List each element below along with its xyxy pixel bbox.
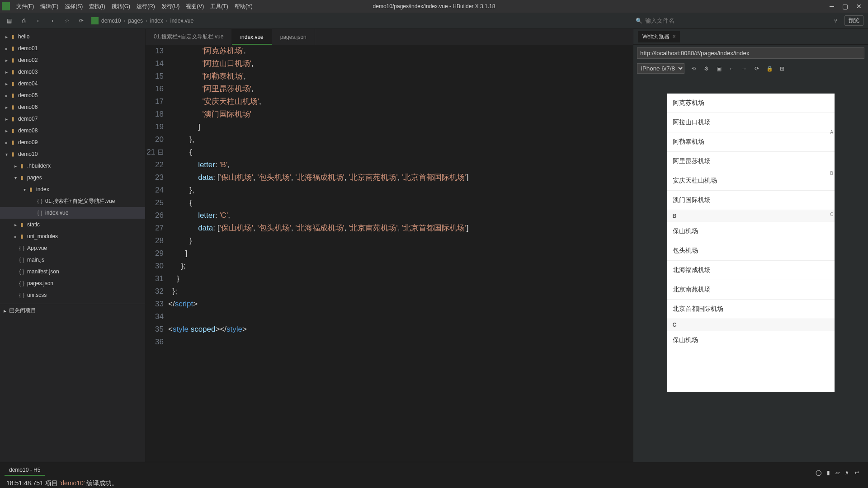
folder-demo01[interactable]: ▸▮demo01 [0,42,145,54]
list-item[interactable]: 阿克苏机场 [667,94,835,113]
project-explorer[interactable]: ▸▮hello▸▮demo01▸▮demo02▸▮demo03▸▮demo04▸… [0,29,146,462]
folder-icon: ▮ [18,163,25,169]
new-file-icon[interactable]: ▤ [5,16,14,25]
browser-tab[interactable]: Web浏览器 × [638,31,680,42]
list-item[interactable]: 阿拉山口机场 [667,113,835,132]
file-App.vue[interactable]: { }App.vue [0,242,145,254]
menu-6[interactable]: 发行(U) [161,3,180,10]
menu-1[interactable]: 编辑(E) [40,3,58,10]
crumb-3[interactable]: index.vue [170,18,193,24]
menu-9[interactable]: 帮助(Y) [235,3,253,10]
list-item[interactable]: 澳门国际机场 [667,191,835,210]
menu-8[interactable]: 工具(T) [210,3,228,10]
tree-label: index [36,186,49,192]
index-letter-B[interactable]: B [830,171,833,176]
menu-4[interactable]: 跳转(G) [112,3,130,10]
folder-demo10[interactable]: ▾▮demo10 [0,148,145,160]
star-icon[interactable]: ☆ [62,16,71,25]
menu-7[interactable]: 视图(V) [186,3,204,10]
console-output[interactable]: 18:51:48.751 项目 'demo10' 编译成功。18:52:04.1… [0,476,868,488]
folder-demo09[interactable]: ▸▮demo09 [0,136,145,148]
folder-index[interactable]: ▾▮index [0,183,145,195]
crumb-1[interactable]: pages [128,18,143,24]
folder-icon: ▮ [9,151,16,157]
menu-5[interactable]: 运行(R) [137,3,155,10]
index-letter-A[interactable]: A [830,130,833,135]
rotate-icon[interactable]: ⟲ [690,65,697,72]
folder-.hbuilderx[interactable]: ▸▮.hbuilderx [0,160,145,172]
list-item[interactable]: 北海福成机场 [667,261,835,280]
close-icon[interactable]: × [672,33,675,40]
tab-01.搜索栏+自定义导航栏.vue[interactable]: 01.搜索栏+自定义导航栏.vue [146,29,232,45]
menu-0[interactable]: 文件(F) [16,3,34,10]
folder-demo03[interactable]: ▸▮demo03 [0,66,145,78]
list-item[interactable]: 保山机场 [667,331,835,350]
folder-pages[interactable]: ▾▮pages [0,172,145,183]
folder-demo02[interactable]: ▸▮demo02 [0,54,145,66]
wrap-icon[interactable]: ↩ [854,469,859,476]
minimize-icon[interactable]: ─ [830,3,834,10]
list-item[interactable]: 包头机场 [667,241,835,261]
refresh-icon[interactable]: ⟳ [77,16,86,25]
file-uni.scss[interactable]: { }uni.scss [0,289,145,301]
export-icon[interactable]: ▱ [835,469,840,476]
clear-icon[interactable]: ▮ [827,469,830,476]
browser-forward-icon[interactable]: → [741,65,748,72]
code-body[interactable]: '阿克苏机场', '阿拉山口机场', '阿勒泰机场', '阿里昆莎机场', '安… [168,45,633,462]
filter-icon[interactable]: ⑂ [831,16,840,25]
folder-static[interactable]: ▸▮static [0,219,145,230]
list-item[interactable]: 阿里昆莎机场 [667,152,835,171]
list-item[interactable]: 阿勒泰机场 [667,132,835,152]
nav-forward-icon[interactable]: › [48,16,57,25]
file-search-input[interactable] [645,17,781,24]
file-manifest.json[interactable]: { }manifest.json [0,266,145,277]
gear-icon[interactable]: ⚙ [703,65,710,72]
file-pages.json[interactable]: { }pages.json [0,277,145,289]
folder-hello[interactable]: ▸▮hello [0,31,145,42]
index-letter-C[interactable]: C [830,212,833,217]
lock-icon[interactable]: 🔒 [766,65,773,72]
list-item[interactable]: 北京南苑机场 [667,280,835,300]
folder-demo06[interactable]: ▸▮demo06 [0,101,145,113]
list-item[interactable]: 北京首都国际机场 [667,300,835,319]
folder-demo05[interactable]: ▸▮demo05 [0,89,145,101]
list-item[interactable]: 保山机场 [667,222,835,241]
alpha-index-bar[interactable]: ABC [830,130,833,217]
file-icon: { } [18,268,25,275]
stop-icon[interactable]: ◯ [816,469,821,476]
menu-2[interactable]: 选择(S) [65,3,83,10]
save-icon[interactable]: ⎙ [19,16,28,25]
maximize-icon[interactable]: ▢ [842,3,848,10]
folder-uni_modules[interactable]: ▸▮uni_modules [0,230,145,242]
tab-index.vue[interactable]: index.vue [232,29,272,45]
collapse-up-icon[interactable]: ∧ [845,469,849,476]
console-tab[interactable]: demo10 - H5 [5,465,45,476]
browser-refresh-icon[interactable]: ⟳ [753,65,760,72]
nav-back-icon[interactable]: ‹ [33,16,42,25]
menu-3[interactable]: 查找(I) [89,3,105,10]
close-icon[interactable]: ✕ [856,3,862,10]
folder-demo08[interactable]: ▸▮demo08 [0,125,145,136]
file-index.vue[interactable]: { }index.vue [0,207,145,219]
folder-demo04[interactable]: ▸▮demo04 [0,78,145,89]
screenshot-icon[interactable]: ▣ [715,65,722,72]
crumb-2[interactable]: index [150,18,163,24]
preview-button[interactable]: 预览 [844,15,863,26]
phone-frame[interactable]: ABC 阿克苏机场阿拉山口机场阿勒泰机场阿里昆莎机场安庆天柱山机场澳门国际机场B… [667,94,835,392]
closed-projects[interactable]: ▸ 已关闭项目 [0,304,145,317]
chevron-right-icon: ▸ [4,93,9,98]
folder-demo07[interactable]: ▸▮demo07 [0,113,145,125]
list-item[interactable]: 安庆天柱山机场 [667,171,835,191]
chevron-right-icon: ▸ [4,81,9,86]
browser-back-icon[interactable]: ← [728,65,735,72]
crumb-0[interactable]: demo10 [101,18,121,24]
device-select[interactable]: iPhone 6/7/8 [637,63,684,74]
browser-url-input[interactable] [637,47,864,59]
tab-pages.json[interactable]: pages.json [272,29,315,45]
code-editor[interactable]: 131415161718192021 ⊟22232425262728293031… [146,45,633,462]
file-01.搜索栏+自定义导航栏.vue[interactable]: { }01.搜索栏+自定义导航栏.vue [0,195,145,207]
file-search[interactable]: 🔍 [636,17,826,24]
file-main.js[interactable]: { }main.js [0,254,145,266]
qrcode-icon[interactable]: ⊞ [778,65,786,72]
closed-projects-label: 已关闭项目 [9,307,36,314]
